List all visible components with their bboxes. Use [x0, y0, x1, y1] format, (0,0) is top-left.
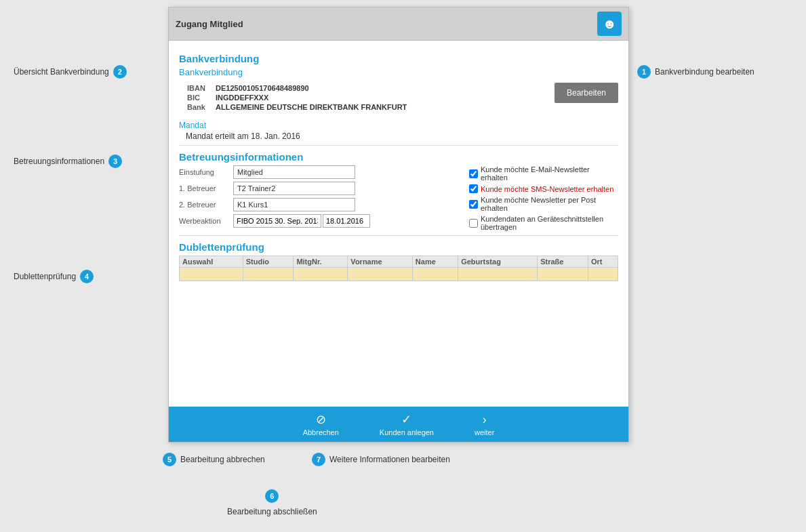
cell-name [412, 268, 458, 281]
annotation-label-6: Bearbeitung abschließen [227, 507, 317, 516]
annotation-3: Betreuungsinformationen 3 [14, 155, 122, 168]
annotation-2: Übersicht Bankverbindung 2 [14, 65, 127, 79]
cell-vorname [348, 268, 413, 281]
betreuer2-label: 2. Betreuer [179, 201, 233, 209]
abbrechen-icon: ⊘ [316, 412, 326, 427]
cell-auswahl [180, 268, 243, 281]
annotation-label-2: Übersicht Bankverbindung [14, 67, 109, 77]
checkbox-post[interactable] [469, 200, 478, 209]
col-ort: Ort [588, 256, 618, 268]
col-name: Name [412, 256, 458, 268]
checkbox-email-label: Kunde möchte E-Mail-Newsletter erhalten [481, 165, 618, 182]
modal-title: Zugang Mitglied [176, 19, 243, 29]
kunden-anlegen-label: Kunden anlegen [380, 428, 434, 436]
cell-studio [243, 268, 294, 281]
divider-1 [179, 145, 618, 146]
modal: Zugang Mitglied ☻ Bankverbindung Bankver… [168, 7, 629, 443]
checkbox-row-4[interactable]: Kundendaten an Geräteschnittstellen über… [469, 215, 618, 231]
checkbox-row-1[interactable]: Kunde möchte E-Mail-Newsletter erhalten [469, 165, 618, 182]
bearbeiten-button[interactable]: Bearbeiten [555, 83, 618, 103]
werbeaktion-inputs [233, 214, 370, 228]
betreuung-right: Kunde möchte E-Mail-Newsletter erhalten … [469, 165, 618, 231]
abbrechen-button[interactable]: ⊘ Abbrechen [303, 412, 339, 436]
col-mitgnr: MitgNr. [294, 256, 348, 268]
cell-mitgnr [294, 268, 348, 281]
bank-info-table: IBAN DE12500105170648489890 BIC INGDDEFF… [186, 83, 408, 112]
werbeaktion-input1[interactable] [233, 214, 321, 228]
page-wrapper: Übersicht Bankverbindung 2 Betreuungsinf… [0, 0, 806, 532]
checkbox-row-3[interactable]: Kunde möchte Newsletter per Post erhalte… [469, 196, 618, 212]
annotation-badge-3: 3 [108, 155, 122, 168]
weiter-label: weiter [475, 428, 494, 436]
annotation-5: 5 Bearbeitung abbrechen [163, 453, 265, 466]
betreuung-left: Einstufung 1. Betreuer 2. Betreuer Werbe… [179, 165, 456, 231]
werbeaktion-label: Werbeaktion [179, 217, 233, 225]
cell-strasse [538, 268, 588, 281]
checkbox-sms[interactable] [469, 184, 478, 193]
dublettenprufung-section-title: Dublettenprüfung [179, 241, 618, 253]
kunden-anlegen-button[interactable]: ✓ Kunden anlegen [380, 412, 434, 436]
table-row [180, 268, 618, 281]
modal-logo: ☻ [597, 12, 622, 36]
dublettenprufung-table: Auswahl Studio MitgNr. Vorname Name Gebu… [179, 255, 618, 281]
betreuer1-row: 1. Betreuer [179, 182, 456, 195]
betreuer1-input[interactable] [233, 182, 355, 195]
abbrechen-label: Abbrechen [303, 428, 339, 436]
annotation-label-1: Bankverbindung bearbeiten [655, 67, 754, 77]
annotation-label-5: Bearbeitung abbrechen [180, 455, 265, 464]
annotation-1: 1 Bankverbindung bearbeiten [637, 65, 754, 79]
iban-label: IBAN [187, 84, 214, 92]
cell-ort [588, 268, 618, 281]
col-vorname: Vorname [348, 256, 413, 268]
weiter-icon: › [483, 413, 487, 427]
bic-value: INGDDEFFXXX [216, 94, 407, 102]
logo-icon: ☻ [602, 16, 616, 32]
col-geburtstag: Geburtstag [458, 256, 538, 268]
bic-label: BIC [187, 94, 214, 102]
betreuung-section: Einstufung 1. Betreuer 2. Betreuer Werbe… [179, 165, 618, 231]
iban-value: DE12500105170648489890 [216, 84, 407, 92]
bankverbindung-section-title: Bankverbindung [179, 53, 618, 64]
annotation-label-4: Dublettenprüfung [14, 272, 76, 281]
einstufung-row: Einstufung [179, 165, 456, 179]
werbeaktion-input2[interactable] [323, 214, 370, 228]
bankverbindung-section-subtitle: Bankverbindung [179, 67, 618, 77]
annotation-badge-4: 4 [80, 270, 94, 283]
annotation-6: 6 Bearbeitung abschließen [227, 489, 317, 516]
divider-2 [179, 235, 618, 236]
modal-titlebar: Zugang Mitglied ☻ [169, 7, 628, 41]
checkbox-geraet[interactable] [469, 219, 478, 228]
col-auswahl: Auswahl [180, 256, 243, 268]
col-studio: Studio [243, 256, 294, 268]
betreuer2-row: 2. Betreuer [179, 198, 456, 211]
bank-label: Bank [187, 103, 214, 111]
checkbox-geraet-label: Kundendaten an Geräteschnittstellen über… [481, 215, 618, 231]
betreuer1-label: 1. Betreuer [179, 184, 233, 192]
checkbox-sms-label: Kunde möchte SMS-Newsletter erhalten [481, 185, 613, 193]
checkbox-row-2[interactable]: Kunde möchte SMS-Newsletter erhalten [469, 184, 618, 193]
annotation-badge-2: 2 [113, 65, 127, 79]
annotation-badge-6: 6 [265, 489, 279, 503]
weiter-button[interactable]: › weiter [475, 413, 494, 436]
betreuer2-input[interactable] [233, 198, 355, 211]
einstufung-label: Einstufung [179, 168, 233, 176]
mandat-section: Mandat Mandat erteilt am 18. Jan. 2016 [179, 121, 618, 141]
betreuung-section-title: Betreuungsinformationen [179, 151, 618, 163]
bank-value: ALLGEMEINE DEUTSCHE DIREKTBANK FRANKFURT [216, 103, 407, 111]
annotation-label-3: Betreuungsinformationen [14, 157, 104, 166]
kunden-anlegen-icon: ✓ [401, 412, 411, 427]
cell-geburtstag [458, 268, 538, 281]
mandat-text: Mandat erteilt am 18. Jan. 2016 [186, 131, 618, 141]
checkbox-post-label: Kunde möchte Newsletter per Post erhalte… [481, 196, 618, 212]
mandat-label: Mandat [179, 121, 618, 130]
annotation-label-7: Weitere Informationen bearbeiten [329, 455, 450, 464]
col-strasse: Straße [538, 256, 588, 268]
werbeaktion-row: Werbeaktion [179, 214, 456, 228]
annotation-badge-7: 7 [312, 453, 325, 466]
modal-content: Bankverbindung Bankverbindung IBAN DE125… [169, 41, 628, 407]
modal-footer: ⊘ Abbrechen ✓ Kunden anlegen › weiter [169, 407, 628, 442]
checkbox-email[interactable] [469, 169, 478, 178]
checkboxes-area: Kunde möchte E-Mail-Newsletter erhalten … [469, 165, 618, 231]
einstufung-input[interactable] [233, 165, 355, 179]
annotation-4: Dublettenprüfung 4 [14, 270, 94, 283]
